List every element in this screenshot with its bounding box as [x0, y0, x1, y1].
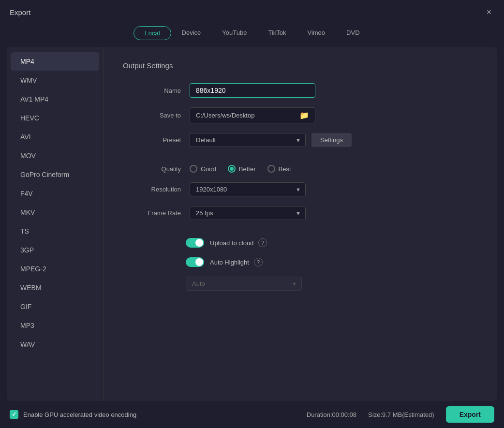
titlebar: Export ×	[0, 0, 504, 22]
quality-label: Quality	[123, 165, 181, 173]
export-button[interactable]: Export	[446, 406, 494, 423]
quality-options: Good Better Best	[190, 165, 303, 173]
auto-select-row: Auto ▼	[123, 277, 478, 291]
upload-cloud-help-icon[interactable]: ?	[258, 238, 267, 247]
tab-vimeo[interactable]: Vimeo	[296, 26, 336, 40]
format-mp4[interactable]: MP4	[11, 52, 99, 71]
resolution-select-wrap: 1920x1080 1280x720 3840x2160 ▼	[190, 182, 306, 196]
upload-cloud-label: Upload to cloud	[210, 239, 253, 247]
framerate-row: Frame Rate 25 fps 30 fps 60 fps ▼	[123, 206, 478, 220]
format-3gp[interactable]: 3GP	[11, 241, 99, 259]
format-ts[interactable]: TS	[11, 222, 99, 240]
framerate-select[interactable]: 25 fps 30 fps 60 fps	[190, 206, 306, 220]
radio-better-circle	[228, 165, 236, 173]
format-mkv[interactable]: MKV	[11, 203, 99, 221]
format-wmv[interactable]: WMV	[11, 71, 99, 89]
format-gopro[interactable]: GoPro Cineform	[11, 165, 99, 184]
radio-good-circle	[190, 165, 197, 173]
export-window: Export × Local Device YouTube TikTok Vim…	[0, 0, 504, 428]
quality-better[interactable]: Better	[228, 165, 256, 173]
divider-1	[123, 157, 478, 157]
format-av1mp4[interactable]: AV1 MP4	[11, 90, 99, 108]
resolution-select[interactable]: 1920x1080 1280x720 3840x2160	[190, 182, 306, 196]
upload-cloud-row: Upload to cloud ?	[123, 238, 478, 248]
gpu-checkbox[interactable]: ✓	[10, 410, 18, 419]
framerate-select-wrap: 25 fps 30 fps 60 fps ▼	[190, 206, 306, 220]
gpu-area: ✓ Enable GPU accelerated video encoding	[10, 410, 136, 419]
format-gif[interactable]: GIF	[11, 297, 99, 316]
tab-youtube[interactable]: YouTube	[211, 26, 257, 40]
tab-local[interactable]: Local	[133, 26, 171, 40]
settings-panel: Output Settings Name Save to C:/Users/ws…	[104, 47, 497, 401]
settings-button[interactable]: Settings	[311, 133, 352, 147]
auto-select-wrap: Auto ▼	[186, 277, 302, 291]
preset-select[interactable]: Default Custom	[190, 133, 306, 147]
preset-row: Preset Default Custom ▼ Settings	[123, 133, 478, 147]
radio-best-circle	[267, 165, 275, 173]
autohighlight-row: Auto Highlight ?	[123, 257, 478, 267]
window-title: Export	[10, 8, 30, 16]
preset-label: Preset	[123, 136, 181, 144]
radio-good-label: Good	[201, 165, 216, 173]
footer-info: Duration:00:00:08 Size:9.7 MB(Estimated)…	[307, 406, 494, 423]
format-f4v[interactable]: F4V	[11, 184, 99, 203]
saveto-field[interactable]: C:/Users/ws/Desktop 📁	[190, 107, 315, 123]
tab-device[interactable]: Device	[171, 26, 212, 40]
tab-tiktok[interactable]: TikTok	[257, 26, 296, 40]
duration-stat: Duration:00:00:08	[307, 411, 356, 418]
quality-good[interactable]: Good	[190, 165, 216, 173]
divider-2	[123, 230, 478, 230]
main-content: MP4 WMV AV1 MP4 HEVC AVI MOV GoPro Cinef…	[7, 47, 497, 401]
preset-select-wrap: Default Custom ▼	[190, 133, 306, 147]
saveto-label: Save to	[123, 112, 181, 119]
quality-row: Quality Good Better Best	[123, 165, 478, 173]
autohighlight-toggle[interactable]	[186, 257, 204, 267]
name-input[interactable]	[190, 83, 315, 98]
format-avi[interactable]: AVI	[11, 128, 99, 146]
format-webm[interactable]: WEBM	[11, 279, 99, 297]
resolution-label: Resolution	[123, 186, 181, 193]
format-wav[interactable]: WAV	[11, 335, 99, 354]
format-hevc[interactable]: HEVC	[11, 109, 99, 127]
framerate-label: Frame Rate	[123, 209, 181, 217]
footer: ✓ Enable GPU accelerated video encoding …	[0, 401, 504, 428]
quality-best[interactable]: Best	[267, 165, 291, 173]
size-stat: Size:9.7 MB(Estimated)	[368, 411, 434, 418]
checkbox-check-icon: ✓	[12, 411, 16, 418]
gpu-label: Enable GPU accelerated video encoding	[23, 411, 136, 418]
section-title: Output Settings	[123, 61, 478, 70]
upload-cloud-toggle[interactable]	[186, 238, 204, 248]
autohighlight-label: Auto Highlight	[210, 259, 249, 266]
format-mp3[interactable]: MP3	[11, 316, 99, 335]
tab-dvd[interactable]: DVD	[336, 26, 370, 40]
format-list: MP4 WMV AV1 MP4 HEVC AVI MOV GoPro Cinef…	[7, 47, 104, 401]
saveto-row: Save to C:/Users/ws/Desktop 📁	[123, 107, 478, 123]
radio-best-label: Best	[279, 165, 291, 173]
close-button[interactable]: ×	[484, 7, 494, 17]
format-mov[interactable]: MOV	[11, 147, 99, 165]
tabs-bar: Local Device YouTube TikTok Vimeo DVD	[0, 22, 504, 47]
auto-select[interactable]: Auto	[186, 277, 302, 291]
autohighlight-help-icon[interactable]: ?	[254, 258, 263, 266]
folder-icon[interactable]: 📁	[299, 111, 309, 120]
name-label: Name	[123, 87, 181, 94]
resolution-row: Resolution 1920x1080 1280x720 3840x2160 …	[123, 182, 478, 196]
name-row: Name	[123, 83, 478, 98]
format-mpeg2[interactable]: MPEG-2	[11, 260, 99, 278]
radio-better-label: Better	[239, 165, 256, 173]
saveto-path: C:/Users/ws/Desktop	[196, 112, 296, 119]
